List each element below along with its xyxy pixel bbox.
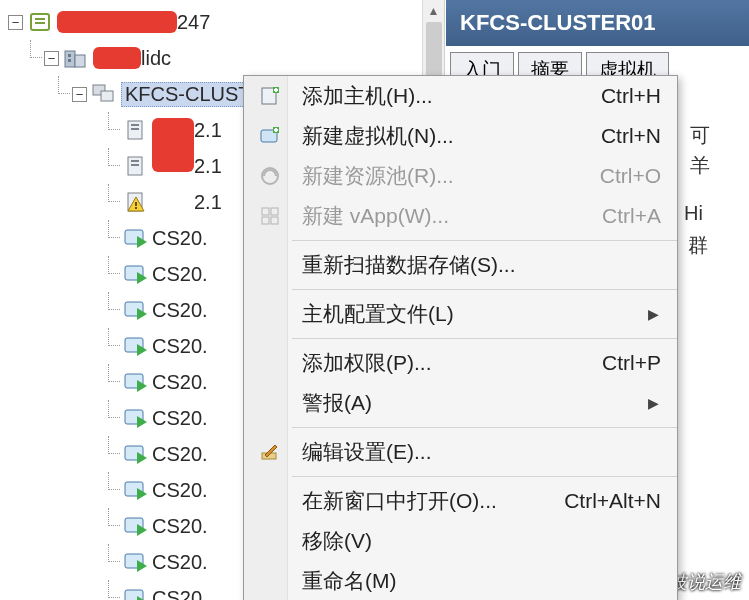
new-vm-icon (252, 125, 288, 147)
menu-label: 警报(A) (288, 389, 648, 417)
host-icon (122, 153, 148, 179)
cluster-context-menu: 添加主机(H)... Ctrl+H 新建虚拟机(N)... Ctrl+N 新建资… (243, 75, 678, 600)
tree-label: 247 (177, 11, 210, 34)
submenu-arrow-icon: ▶ (648, 395, 677, 411)
host-warning-icon (122, 189, 148, 215)
menu-shortcut: Ctrl+O (600, 164, 677, 188)
tree-datacenter[interactable]: − lidc (0, 40, 444, 76)
resource-pool-icon (252, 165, 288, 187)
menu-label: 添加权限(P)... (288, 349, 602, 377)
menu-label: 移除(V) (288, 527, 677, 555)
menu-host-profile[interactable]: 主机配置文件(L) ▶ (244, 294, 677, 334)
edit-icon (252, 441, 288, 463)
tree-label: CS20. (152, 551, 208, 574)
menu-separator (292, 427, 677, 428)
vm-running-icon (122, 441, 148, 467)
vm-running-icon (122, 549, 148, 575)
vm-running-icon (122, 405, 148, 431)
cluster-icon (91, 81, 117, 107)
menu-new-vapp: 新建 vApp(W)... Ctrl+A (244, 196, 677, 236)
menu-new-resource-pool: 新建资源池(R)... Ctrl+O (244, 156, 677, 196)
tree-label: CS20. (152, 479, 208, 502)
menu-alarm[interactable]: 警报(A) ▶ (244, 383, 677, 423)
menu-label: 重新扫描数据存储(S)... (288, 251, 677, 279)
vm-running-icon (122, 513, 148, 539)
menu-open-new-window[interactable]: 在新窗口中打开(O)... Ctrl+Alt+N (244, 481, 677, 521)
vm-running-icon (122, 477, 148, 503)
svg-rect-52 (262, 217, 269, 224)
detail-title: KFCS-CLUSTER01 (446, 0, 749, 46)
datacenter-icon (63, 45, 89, 71)
menu-separator (292, 476, 677, 477)
menu-new-vm[interactable]: 新建虚拟机(N)... Ctrl+N (244, 116, 677, 156)
redacted-text (57, 11, 177, 33)
vm-running-icon (122, 297, 148, 323)
svg-rect-44 (274, 89, 278, 91)
svg-rect-6 (68, 59, 71, 62)
text-fragment: 群 (688, 232, 708, 259)
menu-separator (292, 338, 677, 339)
tree-label: CS20. (152, 299, 208, 322)
tree-root-vcenter[interactable]: − 247 (0, 4, 444, 40)
tree-label: CS20. (152, 587, 208, 601)
menu-label: 编辑设置(E)... (288, 438, 677, 466)
vm-running-icon (122, 585, 148, 600)
menu-shortcut: Ctrl+H (601, 84, 677, 108)
svg-rect-17 (135, 202, 137, 206)
menu-edit-settings[interactable]: 编辑设置(E)... (244, 432, 677, 472)
vm-running-icon (122, 261, 148, 287)
tree-label: CS20. (152, 371, 208, 394)
collapse-toggle[interactable]: − (44, 51, 59, 66)
host-icon (122, 117, 148, 143)
menu-shortcut: Ctrl+N (601, 124, 677, 148)
svg-rect-13 (131, 160, 139, 162)
menu-remove[interactable]: 移除(V) (244, 521, 677, 561)
menu-label: 新建资源池(R)... (288, 162, 600, 190)
svg-rect-4 (75, 55, 85, 67)
menu-separator (292, 289, 677, 290)
tree-label: CS20. (152, 407, 208, 430)
tree-label: CS20. (152, 515, 208, 538)
collapse-toggle[interactable]: − (8, 15, 23, 30)
menu-rescan-datastore[interactable]: 重新扫描数据存储(S)... (244, 245, 677, 285)
menu-label: 新建虚拟机(N)... (288, 122, 601, 150)
vm-running-icon (122, 333, 148, 359)
svg-rect-8 (101, 91, 113, 101)
tree-label: 2.1 (194, 155, 222, 178)
text-fragment: 可 (690, 122, 710, 149)
svg-rect-1 (35, 18, 45, 20)
scroll-up-icon[interactable]: ▲ (423, 0, 444, 22)
menu-rename[interactable]: 重命名(M) (244, 561, 677, 600)
svg-rect-10 (131, 124, 139, 126)
text-fragment: Hi (684, 202, 703, 225)
menu-separator (292, 240, 677, 241)
svg-rect-5 (68, 54, 71, 57)
svg-rect-14 (131, 164, 139, 166)
svg-rect-51 (271, 208, 278, 215)
svg-rect-48 (274, 129, 278, 131)
scroll-thumb[interactable] (426, 22, 442, 82)
menu-add-permission[interactable]: 添加权限(P)... Ctrl+P (244, 343, 677, 383)
menu-label: 在新窗口中打开(O)... (288, 487, 564, 515)
tree-label: CS20. (152, 443, 208, 466)
menu-label: 重命名(M) (288, 567, 677, 595)
menu-add-host[interactable]: 添加主机(H)... Ctrl+H (244, 76, 677, 116)
svg-rect-53 (271, 217, 278, 224)
vcenter-icon (27, 9, 53, 35)
tree-label: CS20. (152, 227, 208, 250)
svg-rect-50 (262, 208, 269, 215)
svg-rect-18 (135, 207, 137, 209)
redacted-text (152, 118, 194, 172)
tree-label: 2.1 (194, 119, 222, 142)
add-host-icon (252, 85, 288, 107)
menu-shortcut: Ctrl+P (602, 351, 677, 375)
collapse-toggle[interactable]: − (72, 87, 87, 102)
redacted-text (93, 47, 141, 69)
menu-label: 新建 vApp(W)... (288, 202, 602, 230)
tree-label: CS20. (152, 263, 208, 286)
vm-running-icon (122, 369, 148, 395)
menu-shortcut: Ctrl+A (602, 204, 677, 228)
text-fragment: 羊 (690, 152, 710, 179)
menu-shortcut: Ctrl+Alt+N (564, 489, 677, 513)
vapp-icon (252, 205, 288, 227)
